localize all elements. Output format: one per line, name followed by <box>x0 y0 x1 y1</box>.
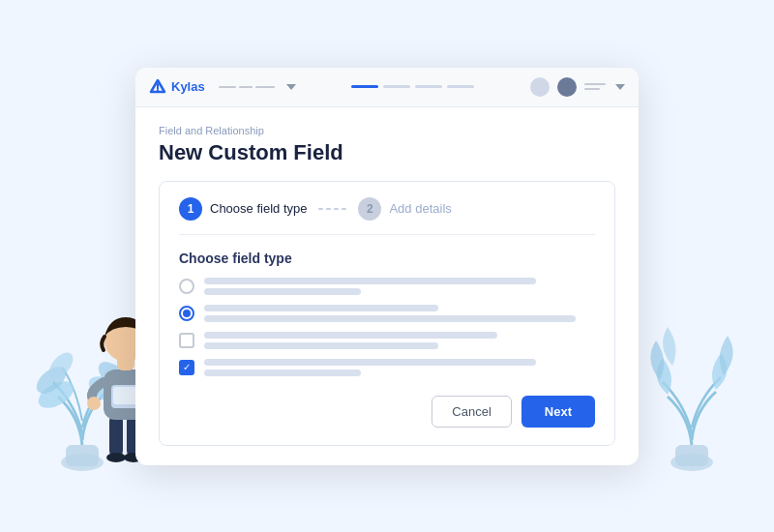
section-title: Choose field type <box>179 251 595 266</box>
page-content: Field and Relationship New Custom Field … <box>135 107 639 465</box>
step-2-number: 2 <box>358 197 381 221</box>
svg-rect-9 <box>109 414 123 458</box>
browser-tabs <box>306 85 521 88</box>
field-option-1-lines <box>204 278 595 295</box>
svg-point-16 <box>87 397 101 410</box>
action-buttons: Cancel Next <box>179 396 595 428</box>
checkmark-icon: ✓ <box>183 363 191 372</box>
placeholder-line <box>204 369 361 376</box>
menu-icon[interactable] <box>584 83 606 90</box>
next-button[interactable]: Next <box>521 396 595 428</box>
placeholder-line <box>204 288 361 295</box>
breadcrumb: Field and Relationship <box>159 125 615 136</box>
svg-rect-8 <box>675 445 708 466</box>
field-option-4-lines <box>204 359 595 376</box>
step-2: 2 Add details <box>358 197 451 221</box>
menu-dropdown-icon[interactable] <box>615 84 625 90</box>
field-option-3[interactable] <box>179 332 595 349</box>
step-1: 1 Choose field type <box>179 197 307 221</box>
page-title: New Custom Field <box>159 140 615 165</box>
step-connector <box>318 208 346 210</box>
browser-controls <box>530 77 625 97</box>
step-2-label: Add details <box>389 201 451 216</box>
checkbox-3[interactable] <box>179 333 194 348</box>
browser-window: Kylas Field and Relationship New Custom <box>135 68 639 465</box>
placeholder-line <box>204 342 438 349</box>
nav-lines <box>219 86 275 88</box>
placeholder-line <box>204 315 576 322</box>
steps-indicator: 1 Choose field type 2 Add details <box>179 197 595 235</box>
step-1-label: Choose field type <box>210 201 307 216</box>
step-1-number: 1 <box>179 197 202 221</box>
nav-dropdown-icon[interactable] <box>286 84 296 90</box>
checkbox-4[interactable]: ✓ <box>179 360 194 375</box>
cancel-button[interactable]: Cancel <box>432 396 511 428</box>
tab-2[interactable] <box>383 85 410 88</box>
svg-point-11 <box>106 453 126 462</box>
logo-icon <box>149 78 166 96</box>
tab-4[interactable] <box>447 85 474 88</box>
control-dot-1 <box>530 77 550 97</box>
field-type-card: 1 Choose field type 2 Add details Choose… <box>159 181 615 446</box>
tab-3[interactable] <box>415 85 442 88</box>
placeholder-line <box>204 305 438 311</box>
field-option-3-lines <box>204 332 595 349</box>
right-plant-decoration <box>639 281 745 474</box>
placeholder-line <box>204 278 536 284</box>
placeholder-line <box>204 332 497 339</box>
browser-chrome: Kylas <box>135 68 639 107</box>
field-option-2[interactable] <box>179 305 595 322</box>
radio-1[interactable] <box>179 279 194 294</box>
placeholder-line <box>204 359 536 366</box>
svg-point-22 <box>157 89 159 91</box>
app-logo: Kylas <box>149 78 205 96</box>
field-option-4[interactable]: ✓ <box>179 359 595 376</box>
field-option-1[interactable] <box>179 278 595 295</box>
app-name: Kylas <box>171 79 205 94</box>
user-avatar[interactable] <box>557 77 577 97</box>
tab-1[interactable] <box>351 85 378 88</box>
field-options-list: ✓ <box>179 278 595 376</box>
field-option-2-lines <box>204 305 595 322</box>
radio-2-fill <box>183 310 191 317</box>
radio-2[interactable] <box>179 306 194 321</box>
